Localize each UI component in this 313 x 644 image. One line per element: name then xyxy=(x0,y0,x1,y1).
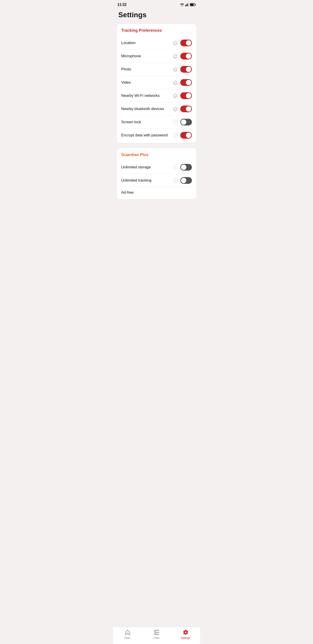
svg-rect-6 xyxy=(195,4,196,5)
svg-rect-4 xyxy=(188,3,189,6)
status-icons xyxy=(180,3,196,6)
svg-rect-21 xyxy=(156,630,159,630)
tracking-preferences-title: Tracking Preferences xyxy=(121,28,192,33)
setting-row-photo: Photo xyxy=(121,63,192,76)
unlimited-storage-label: Unlimited storage xyxy=(121,165,173,170)
battery-icon xyxy=(190,3,196,6)
svg-rect-12 xyxy=(175,135,176,136)
setting-row-encrypt-data: Encrypt data with password xyxy=(121,129,192,139)
svg-rect-1 xyxy=(185,5,186,6)
location-gear-icon[interactable] xyxy=(173,40,178,46)
microphone-controls xyxy=(173,53,192,60)
unlimited-tracking-toggle[interactable] xyxy=(180,177,192,184)
unlimited-tracking-controls xyxy=(173,177,192,184)
svg-rect-18 xyxy=(175,180,176,182)
tracking-preferences-card: Tracking Preferences Location Microphone xyxy=(117,24,197,143)
setting-row-nearby-bluetooth: Nearby bluetooth devices xyxy=(121,102,192,116)
nav-item-data[interactable]: Data xyxy=(142,629,171,640)
unlimited-storage-controls xyxy=(173,164,192,170)
encrypt-data-info-icon[interactable] xyxy=(173,132,178,138)
page-title: Settings xyxy=(113,8,200,24)
svg-rect-7 xyxy=(190,4,194,6)
svg-rect-24 xyxy=(154,634,159,634)
location-controls xyxy=(173,40,192,46)
unlimited-storage-info-icon[interactable] xyxy=(173,164,178,170)
svg-rect-15 xyxy=(175,167,176,168)
screen-lock-info-icon[interactable] xyxy=(173,120,178,125)
svg-point-0 xyxy=(182,6,183,6)
unlimited-storage-toggle[interactable] xyxy=(180,164,192,170)
main-nav-label: Main xyxy=(124,636,130,640)
microphone-label: Microphone xyxy=(121,54,173,58)
status-time: 11:22 xyxy=(117,3,127,7)
data-nav-label: Data xyxy=(154,636,159,640)
photo-gear-icon[interactable] xyxy=(173,67,178,72)
svg-rect-2 xyxy=(186,4,187,6)
microphone-toggle[interactable] xyxy=(180,53,192,60)
setting-row-video: Video xyxy=(121,76,192,89)
nearby-bluetooth-gear-icon[interactable] xyxy=(173,106,178,112)
location-label: Location xyxy=(121,41,173,45)
main-nav-icon xyxy=(124,629,131,636)
guardian-plus-card: Guardian Plus Unlimited storage Unlimite… xyxy=(117,148,197,200)
video-gear-icon[interactable] xyxy=(173,80,178,85)
nearby-bluetooth-label: Nearby bluetooth devices xyxy=(121,107,173,111)
location-toggle[interactable] xyxy=(180,40,192,46)
nearby-wifi-label: Nearby Wi-Fi networks xyxy=(121,94,173,98)
settings-nav-label: Settings xyxy=(181,636,190,640)
nearby-bluetooth-controls xyxy=(173,106,192,112)
setting-row-ad-free: Ad-free xyxy=(121,187,192,195)
svg-rect-9 xyxy=(175,122,176,123)
nearby-bluetooth-toggle[interactable] xyxy=(180,106,192,112)
screen-lock-toggle[interactable] xyxy=(180,119,192,126)
photo-controls xyxy=(173,66,192,73)
setting-row-location: Location xyxy=(121,36,192,50)
nearby-wifi-gear-icon[interactable] xyxy=(173,93,178,98)
setting-row-unlimited-storage: Unlimited storage xyxy=(121,161,192,174)
wifi-icon xyxy=(180,3,184,6)
svg-point-13 xyxy=(175,134,175,134)
guardian-plus-title: Guardian Plus xyxy=(121,152,192,157)
svg-rect-22 xyxy=(154,632,156,634)
signal-icon xyxy=(185,3,189,6)
encrypt-data-toggle[interactable] xyxy=(180,132,192,139)
video-controls xyxy=(173,79,192,86)
unlimited-tracking-info-icon[interactable] xyxy=(173,178,178,183)
nearby-wifi-toggle[interactable] xyxy=(180,92,192,99)
encrypt-data-label: Encrypt data with password xyxy=(121,133,173,138)
data-nav-icon xyxy=(153,629,160,636)
video-label: Video xyxy=(121,80,173,85)
svg-point-16 xyxy=(175,166,175,166)
setting-row-unlimited-tracking: Unlimited tracking xyxy=(121,174,192,187)
nearby-wifi-controls xyxy=(173,92,192,99)
nav-item-main[interactable]: Main xyxy=(113,629,142,640)
svg-point-10 xyxy=(175,121,175,121)
screen-lock-label: Screen lock xyxy=(121,120,173,124)
bottom-navigation: Main Data Settings xyxy=(113,627,200,644)
setting-row-screen-lock: Screen lock xyxy=(121,116,192,129)
screen-lock-controls xyxy=(173,119,192,126)
svg-rect-3 xyxy=(187,4,188,6)
unlimited-tracking-label: Unlimited tracking xyxy=(121,178,173,183)
photo-toggle[interactable] xyxy=(180,66,192,73)
setting-row-microphone: Microphone xyxy=(121,50,192,63)
ad-free-label: Ad-free xyxy=(121,190,192,195)
encrypt-data-controls xyxy=(173,132,192,139)
video-toggle[interactable] xyxy=(180,79,192,86)
svg-point-19 xyxy=(175,179,175,180)
settings-nav-icon xyxy=(183,629,189,636)
status-bar: 11:22 xyxy=(113,0,200,8)
photo-label: Photo xyxy=(121,67,173,72)
nav-item-settings[interactable]: Settings xyxy=(171,629,200,640)
setting-row-nearby-wifi: Nearby Wi-Fi networks xyxy=(121,89,192,102)
svg-rect-20 xyxy=(154,630,156,632)
microphone-gear-icon[interactable] xyxy=(173,54,178,59)
svg-rect-23 xyxy=(156,632,159,632)
